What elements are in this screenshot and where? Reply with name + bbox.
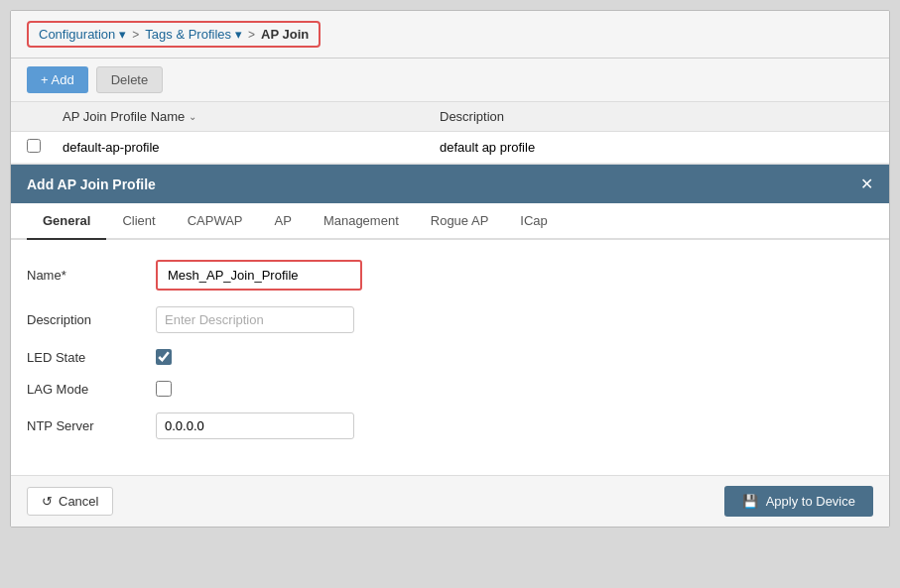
name-label: Name* xyxy=(27,268,156,283)
save-icon: 💾 xyxy=(742,494,758,509)
dropdown-icon-2: ▾ xyxy=(235,27,242,42)
dropdown-icon: ▾ xyxy=(119,27,126,42)
ntp-server-input[interactable] xyxy=(156,412,354,439)
modal-footer: ↺ Cancel 💾 Apply to Device xyxy=(11,475,889,527)
breadcrumb-sep-1: > xyxy=(132,28,139,42)
tab-ap[interactable]: AP xyxy=(259,203,308,240)
led-state-label: LED State xyxy=(27,350,156,365)
breadcrumb-sep-2: > xyxy=(248,28,255,42)
breadcrumb-ap-join: AP Join xyxy=(261,27,309,42)
row-checkbox[interactable] xyxy=(27,139,41,153)
sort-icon[interactable]: ⌄ xyxy=(189,111,196,122)
table-row: default-ap-profile default ap profile xyxy=(11,132,889,164)
modal-body: Name* Description LED State LAG Mode xyxy=(11,240,889,475)
apply-button[interactable]: 💾 Apply to Device xyxy=(724,486,873,517)
name-input[interactable] xyxy=(160,264,358,287)
row-checkbox-col[interactable] xyxy=(27,139,63,156)
modal-title: Add AP Join Profile xyxy=(27,176,156,192)
header-name: AP Join Profile Name ⌄ xyxy=(63,109,440,124)
lag-mode-label: LAG Mode xyxy=(27,382,156,397)
led-state-checkbox[interactable] xyxy=(156,349,172,365)
modal-header: Add AP Join Profile ✕ xyxy=(11,165,889,203)
name-row: Name* xyxy=(27,260,873,291)
tab-general[interactable]: General xyxy=(27,203,106,240)
tab-rogue-ap[interactable]: Rogue AP xyxy=(415,203,505,240)
add-button[interactable]: + Add xyxy=(27,66,88,93)
lag-mode-row: LAG Mode xyxy=(27,381,873,397)
led-state-row: LED State xyxy=(27,349,873,365)
cancel-icon: ↺ xyxy=(42,494,53,509)
toolbar: + Add Delete xyxy=(11,59,889,102)
cancel-button[interactable]: ↺ Cancel xyxy=(27,487,113,516)
description-label: Description xyxy=(27,312,156,327)
profiles-table: AP Join Profile Name ⌄ Description defau… xyxy=(11,102,889,165)
lag-mode-checkbox[interactable] xyxy=(156,381,172,397)
tab-icap[interactable]: ICap xyxy=(504,203,563,240)
description-row: Description xyxy=(27,306,873,333)
ntp-server-row: NTP Server xyxy=(27,412,873,439)
breadcrumb-configuration[interactable]: Configuration ▾ xyxy=(39,27,126,42)
modal-close-button[interactable]: ✕ xyxy=(860,175,873,193)
tab-client[interactable]: Client xyxy=(106,203,171,240)
breadcrumb-tags-profiles[interactable]: Tags & Profiles ▾ xyxy=(145,27,242,42)
name-field-wrapper xyxy=(156,260,362,291)
tab-management[interactable]: Management xyxy=(308,203,415,240)
ntp-server-label: NTP Server xyxy=(27,418,156,433)
tab-capwap[interactable]: CAPWAP xyxy=(172,203,259,240)
modal-tabs: General Client CAPWAP AP Management Rogu… xyxy=(11,203,889,240)
delete-button[interactable]: Delete xyxy=(96,66,164,93)
description-input[interactable] xyxy=(156,306,354,333)
header-description: Description xyxy=(440,109,873,124)
table-header: AP Join Profile Name ⌄ Description xyxy=(11,102,889,132)
row-profile-name[interactable]: default-ap-profile xyxy=(63,140,440,155)
row-profile-desc: default ap profile xyxy=(440,140,873,155)
top-bar: Configuration ▾ > Tags & Profiles ▾ > AP… xyxy=(11,11,889,59)
breadcrumb: Configuration ▾ > Tags & Profiles ▾ > AP… xyxy=(27,21,321,48)
